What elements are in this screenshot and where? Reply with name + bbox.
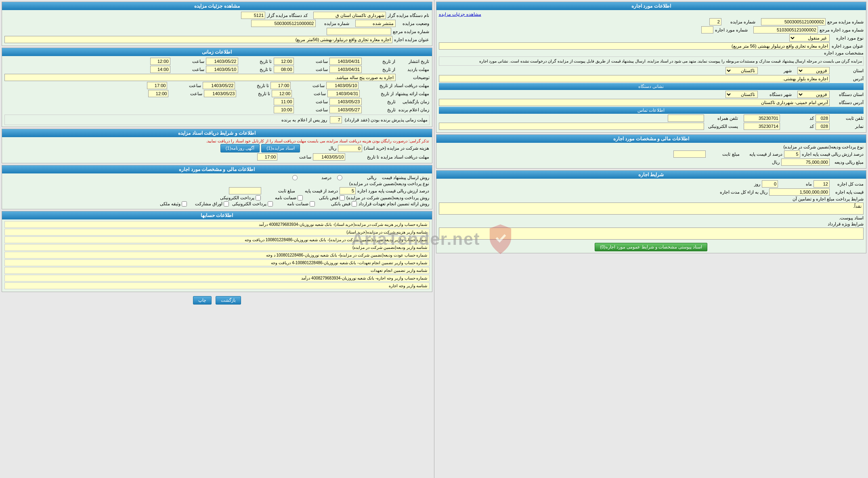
base-price-input[interactable] — [769, 188, 830, 196]
fax-code-input[interactable] — [816, 123, 830, 130]
winner-label: زمان اعلام برنده — [397, 107, 430, 113]
ejare-title-input[interactable] — [439, 42, 830, 50]
c-guarantee-checkbox[interactable] — [310, 201, 315, 207]
view-mazayede-link[interactable]: مشاهده جزئیات مزایده — [439, 12, 481, 17]
opening-time-label: ساعت — [296, 99, 328, 104]
mazayede-details-header: مشاهده جزئیات مزایده — [2, 2, 432, 10]
device-city-select[interactable]: تاکستان — [725, 91, 758, 98]
send-from-date[interactable] — [327, 90, 360, 97]
amount-input[interactable] — [781, 159, 830, 166]
months-input[interactable] — [813, 180, 830, 188]
special-cond-textarea[interactable] — [439, 228, 864, 240]
ejare-ref-input[interactable] — [753, 26, 818, 33]
pub-to-time[interactable] — [150, 58, 170, 65]
opening-row: زمان بازگشایی تاریخ ساعت — [4, 98, 430, 105]
device-province-select[interactable]: قزوین — [797, 91, 830, 98]
fixed-input-fi[interactable] — [229, 187, 261, 194]
amount-row: مبلغ ریالی ودیعه ریال — [439, 159, 864, 166]
fixed-amount-input[interactable] — [673, 150, 706, 158]
org-name-input[interactable] — [313, 12, 386, 19]
send-from-label: از تاریخ — [361, 91, 394, 96]
days-input[interactable] — [762, 180, 778, 188]
electronic-checkbox[interactable] — [256, 195, 261, 200]
payment-cond-textarea[interactable]: نقداً. — [439, 202, 864, 215]
send-from-time[interactable] — [272, 90, 292, 97]
description-label: مشخصات مورد اجاره — [824, 50, 864, 56]
doc-fee-input[interactable] — [338, 145, 362, 152]
pub-from-date[interactable] — [329, 58, 362, 65]
province-select[interactable]: قزوین — [797, 67, 830, 74]
send-to-date[interactable] — [204, 90, 236, 97]
winner-date-label: تاریخ — [363, 107, 396, 113]
c-property-checkbox[interactable] — [182, 201, 187, 207]
percent-radio[interactable] — [292, 175, 298, 180]
currency-radio[interactable] — [337, 175, 342, 180]
c-electronic-label: پرداخت الکترونیکی — [232, 201, 266, 207]
lease-header: شرایط اجاره — [436, 171, 866, 179]
opening-date-label: تاریخ — [363, 99, 396, 104]
status-input[interactable] — [355, 20, 396, 27]
opening-date[interactable] — [329, 98, 362, 105]
visit-from-date[interactable] — [329, 66, 362, 73]
phone-input[interactable] — [744, 115, 780, 122]
base-price-row-label: قیمت پایه اجاره — [831, 190, 864, 195]
guarantee-checkbox[interactable] — [298, 195, 303, 200]
maz-ref-input[interactable] — [327, 28, 391, 35]
percent-input[interactable] — [784, 150, 800, 158]
time-desc-input[interactable] — [4, 74, 396, 81]
from-label: از تاریخ — [363, 59, 396, 64]
back-btn[interactable]: بازگشت — [216, 296, 241, 305]
rec-to-date[interactable] — [203, 82, 235, 89]
c-participation-checkbox[interactable] — [224, 201, 229, 207]
doc-time-input[interactable] — [257, 153, 277, 161]
pub-to-label: تا تاریخ — [240, 59, 272, 64]
number-input[interactable] — [251, 20, 316, 27]
device-address-label: آدرس دستگاه — [831, 100, 864, 105]
email-input[interactable] — [439, 123, 704, 130]
documents-btn[interactable]: اسناد پیوستی مشخصات و شرایط عمومی مورد ا… — [595, 243, 707, 251]
opening-time[interactable] — [274, 98, 294, 105]
visit-to-date[interactable] — [206, 66, 238, 73]
code-input[interactable] — [241, 12, 265, 19]
visit-to-time[interactable] — [150, 66, 170, 73]
financial-section: اطلاعات مالی و مشخصات مورد اجاره نوع پرد… — [436, 134, 867, 169]
city-select[interactable]: تاکستان — [725, 67, 758, 74]
ejare-num2-input[interactable] — [701, 26, 713, 33]
device-address-input[interactable] — [439, 99, 830, 106]
c-bank-checkbox[interactable] — [352, 201, 357, 207]
description-row: مشخصات مورد اجاره — [439, 50, 864, 56]
c-bank-label: قبض بانکی — [318, 201, 350, 207]
print-btn[interactable]: چاپ — [193, 296, 212, 305]
electronic-option: پرداخت الکترونیکی — [220, 195, 261, 200]
visit-from-time[interactable] — [274, 66, 294, 73]
maz-title-input[interactable] — [4, 36, 392, 43]
guarantor-label: اسناد پیوست. — [831, 215, 864, 221]
doc-deadline-label: مهلت دریافت اسناد مزایده — [381, 154, 429, 160]
base-percent-input[interactable] — [340, 187, 356, 194]
ejare-type-select[interactable]: غیر منقول — [789, 34, 830, 42]
winner-time[interactable] — [274, 106, 294, 113]
mazayede-num2-input[interactable] — [709, 18, 721, 25]
rec-to-time[interactable] — [147, 82, 167, 89]
pub-to-date[interactable] — [206, 58, 238, 65]
guarantee-label: ضمانت نامه — [264, 195, 296, 200]
c-electronic-checkbox[interactable] — [268, 201, 273, 207]
winner-date[interactable] — [329, 106, 362, 113]
city-label: شهر — [759, 68, 792, 73]
mazayede-ref-input[interactable] — [761, 18, 826, 25]
mobile-input[interactable] — [668, 115, 704, 122]
address-input[interactable] — [439, 75, 830, 82]
doc-btn-1[interactable]: اسناد مزایده(1) — [261, 144, 300, 152]
bank-checkbox[interactable] — [340, 195, 345, 200]
send-to-time[interactable] — [148, 90, 168, 97]
doc-btn-2[interactable]: آگهی روزنامه(1) — [220, 144, 260, 152]
fax-input[interactable] — [744, 123, 780, 130]
pub-from-time[interactable] — [274, 58, 294, 65]
device-province-label: استان دستگاه — [831, 92, 864, 97]
doc-date-input[interactable] — [313, 153, 345, 161]
rec-from-date[interactable] — [326, 82, 359, 89]
phone-code-input[interactable] — [816, 115, 830, 122]
winner-days-input[interactable] — [330, 116, 342, 123]
rec-from-time[interactable] — [270, 82, 291, 89]
payment-type-row: نوع پرداخت ودیعه(تضمین شرکت در مزایده) — [439, 144, 864, 150]
